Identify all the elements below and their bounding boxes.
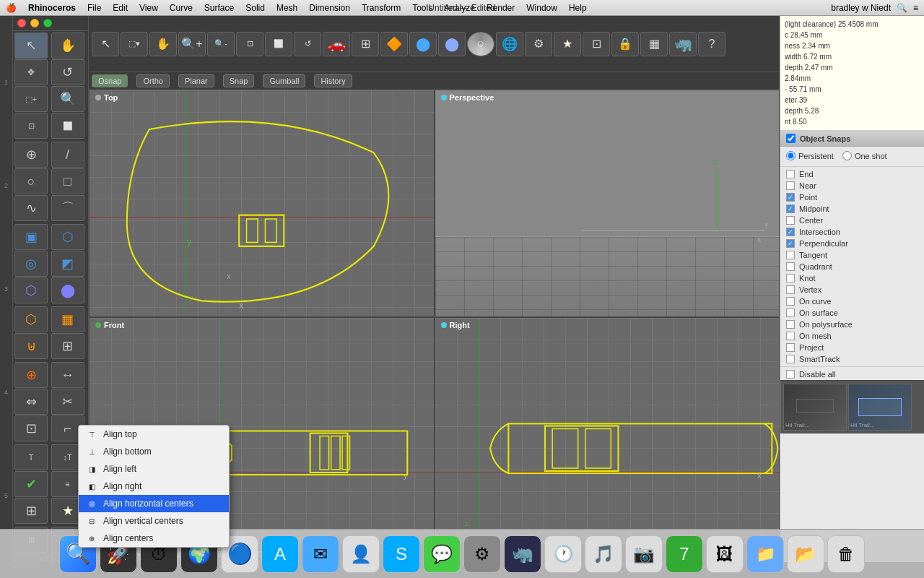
snap-onsurface[interactable]: On surface — [780, 307, 924, 319]
oneshot-radio[interactable]: One shot — [842, 151, 887, 160]
mesh-tool[interactable]: ⬡ — [14, 306, 48, 332]
tb-mesh-b[interactable]: ▦ — [640, 32, 668, 56]
snap-center-checkbox[interactable] — [786, 216, 795, 225]
menu-extra-icon[interactable]: ≡ — [913, 3, 918, 13]
nurbs-tool[interactable]: ⌒ — [51, 195, 84, 221]
snap-disable-all-checkbox[interactable] — [786, 370, 795, 379]
rectangle-tool[interactable]: □ — [51, 168, 84, 194]
snap-perpendicular-checkbox[interactable] — [786, 239, 795, 248]
menu-dimension[interactable]: Dimension — [309, 3, 350, 13]
search-window-tool[interactable]: ⬚+ — [14, 86, 48, 112]
ctx-align-bottom[interactable]: ⊥ Align bottom — [79, 443, 229, 460]
dock-trash[interactable]: 🗑 — [827, 535, 865, 573]
loft-tool[interactable]: ◩ — [51, 251, 84, 277]
zoom-tool[interactable]: 🔍 — [51, 86, 84, 112]
snap-intersection[interactable]: Intersection — [780, 226, 924, 238]
snap-midpoint-checkbox[interactable] — [786, 204, 795, 213]
surface-tool[interactable]: ▣ — [14, 224, 48, 250]
menu-solid[interactable]: Solid — [245, 3, 265, 13]
snap-oncurve-checkbox[interactable] — [786, 297, 795, 306]
curve-tool[interactable]: ∿ — [14, 195, 48, 221]
app-name[interactable]: Rhinoceros — [28, 3, 76, 13]
ctx-align-left[interactable]: ◨ Align left — [79, 460, 229, 478]
snap-history[interactable]: History — [314, 74, 352, 87]
tb-select[interactable]: ↖ — [92, 32, 119, 56]
dock-appstore[interactable]: A — [261, 535, 299, 573]
snap-end-checkbox[interactable] — [786, 170, 795, 178]
snap-midpoint[interactable]: Midpoint — [780, 203, 924, 215]
tb-render[interactable]: ★ — [554, 32, 581, 56]
snap-smarttrack-checkbox[interactable] — [786, 355, 795, 363]
extrude-tool[interactable]: ⬡ — [51, 224, 84, 250]
tb-rhino-logo[interactable]: 🦏 — [669, 32, 697, 56]
circle-tool[interactable]: ○ — [14, 168, 48, 194]
menu-surface[interactable]: Surface — [204, 3, 234, 13]
ctx-align-horizontal-centers[interactable]: ⊞ Align horizontal centers — [79, 495, 229, 512]
group-tool[interactable]: ⊞ — [14, 498, 48, 524]
boolean-tool[interactable]: ⊎ — [14, 333, 48, 359]
persistent-radio[interactable]: Persistent — [786, 151, 834, 160]
menu-view[interactable]: View — [139, 3, 158, 13]
revolve-tool[interactable]: ◎ — [14, 251, 48, 277]
dock-photos[interactable]: 📷 — [625, 535, 663, 573]
menu-edit[interactable]: Edit — [113, 3, 128, 13]
mirror-tool[interactable]: ⇔ — [14, 389, 48, 415]
snap-disable-all[interactable]: Disable all — [780, 368, 924, 380]
dock-sysprefs[interactable]: ⚙ — [463, 535, 501, 573]
snap-smarttrack[interactable]: SmartTrack — [780, 353, 924, 365]
snap-near[interactable]: Near — [780, 180, 924, 191]
zoom-extent-tool[interactable]: ⬜ — [51, 113, 84, 139]
tb-sun[interactable]: 🌐 — [496, 32, 523, 56]
dock-messages[interactable]: 💬 — [423, 535, 461, 573]
tb-zoom-out[interactable]: 🔍- — [207, 32, 235, 56]
dock-itunes[interactable]: 🎵 — [585, 535, 622, 573]
snap-onsurface-checkbox[interactable] — [786, 309, 795, 317]
tb-zoom-in[interactable]: 🔍+ — [178, 32, 206, 56]
snap-point-checkbox[interactable] — [786, 193, 795, 202]
trim-tool[interactable]: ✂ — [51, 389, 84, 415]
snap-intersection-checkbox[interactable] — [786, 228, 795, 236]
point-tool[interactable]: ⊕ — [14, 142, 48, 168]
snap-vertex[interactable]: Vertex — [780, 284, 924, 296]
pan-tool[interactable]: ✋ — [51, 33, 84, 59]
dock-folder2[interactable]: 📂 — [787, 535, 824, 573]
mesh-tool2[interactable]: ▦ — [51, 306, 84, 332]
snap-oncurve[interactable]: On curve — [780, 296, 924, 307]
solid-tool[interactable]: ⬡ — [14, 277, 48, 303]
snap-end[interactable]: End — [780, 168, 924, 180]
snap-project[interactable]: Project — [780, 342, 924, 353]
snap-point[interactable]: Point — [780, 191, 924, 203]
zoom-window-tool[interactable]: ⊡ — [14, 113, 48, 139]
dock-folder1[interactable]: 📁 — [746, 535, 784, 573]
tb-env[interactable]: ⬤ — [438, 32, 466, 56]
dock-numbers[interactable]: 7 — [666, 535, 703, 573]
tb-pan[interactable]: ✋ — [149, 32, 177, 56]
thumbnail-1[interactable]: Hil Trail... — [783, 384, 847, 431]
snap-onmesh[interactable]: On mesh — [780, 330, 924, 342]
dock-preview[interactable]: 🖼 — [706, 535, 744, 573]
ctx-align-centers[interactable]: ⊕ Align centers — [79, 530, 229, 547]
apple-menu[interactable]: 🍎 — [6, 3, 17, 13]
snap-tangent-checkbox[interactable] — [786, 251, 795, 259]
snap-center[interactable]: Center — [780, 215, 924, 226]
snap-onpolysurface-checkbox[interactable] — [786, 320, 795, 329]
viewport-right[interactable]: Right z x — [435, 317, 780, 545]
viewport-perspective[interactable]: Perspective x z y — [435, 90, 780, 317]
tb-view-options[interactable]: ⬚▾ — [121, 32, 148, 56]
close-button[interactable] — [17, 19, 26, 27]
tb-lock[interactable]: 🔒 — [611, 32, 639, 56]
snap-vertex-checkbox[interactable] — [786, 285, 795, 294]
menu-transform[interactable]: Transform — [362, 3, 401, 13]
menu-mesh[interactable]: Mesh — [276, 3, 297, 13]
array-tool[interactable]: ⊞ — [51, 333, 84, 359]
tb-render-preview[interactable]: ⊡ — [583, 32, 610, 56]
snap-ortho[interactable]: Ortho — [136, 74, 170, 87]
dock-timecheck[interactable]: 🕐 — [544, 535, 582, 573]
snap-snap[interactable]: Snap — [223, 74, 255, 87]
thumbnail-2[interactable]: Hil Trail... — [848, 384, 912, 431]
rotate-tool[interactable]: ↺ — [51, 59, 84, 85]
menu-file[interactable]: File — [87, 3, 101, 13]
snap-onpolysurface[interactable]: On polysurface — [780, 319, 924, 330]
gumball-tool[interactable]: ⊕ — [14, 362, 48, 388]
tb-grid[interactable]: ⊞ — [352, 32, 379, 56]
